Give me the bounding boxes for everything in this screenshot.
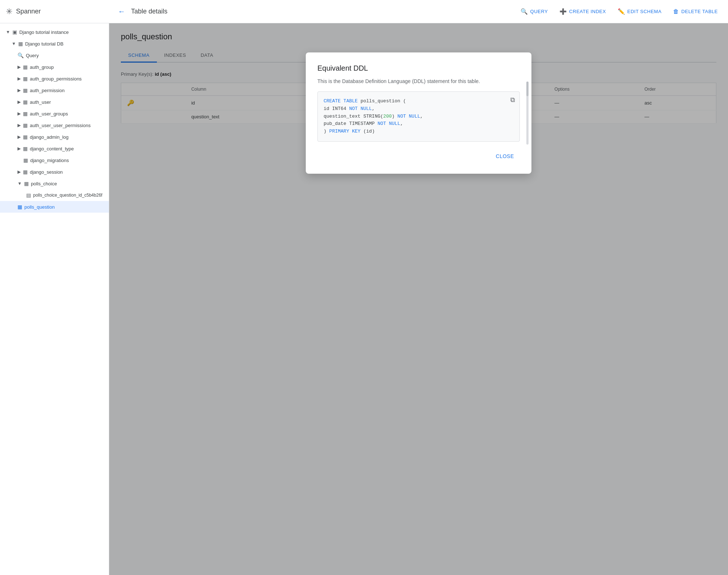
chevron-right-icon: ▶ — [17, 146, 21, 151]
sidebar-item-query[interactable]: 🔍 Query — [0, 50, 109, 61]
code-plain: question_text STRING( — [324, 114, 383, 119]
table-icon: ▦ — [23, 169, 28, 175]
chevron-right-icon: ▶ — [17, 169, 21, 174]
sidebar-item-polls-choice[interactable]: ▼ ▦ polls_choice — [0, 178, 109, 189]
sidebar-item-auth-permission[interactable]: ▶ ▦ auth_permission — [0, 84, 109, 96]
code-plain: , — [420, 114, 423, 119]
sidebar-item-auth-group-permissions[interactable]: ▶ ▦ auth_group_permissions — [0, 73, 109, 84]
chevron-right-icon: ▶ — [17, 99, 21, 105]
sidebar-item-instance[interactable]: ▼ ▣ Django tutorial instance — [0, 26, 109, 38]
code-keyword: CREATE TABLE — [324, 98, 358, 104]
search-icon: 🔍 — [521, 8, 528, 15]
chevron-right-icon: ▶ — [17, 88, 21, 93]
sidebar-item-label: django_admin_log — [30, 134, 68, 140]
chevron-right-icon: ▶ — [17, 111, 21, 116]
layout: ▼ ▣ Django tutorial instance ▼ ▦ Django … — [0, 23, 728, 575]
chevron-down-icon: ▼ — [6, 29, 10, 35]
sidebar-item-label: Django tutorial DB — [25, 41, 64, 47]
ddl-code-content: CREATE TABLE polls_question ( id INT64 N… — [324, 98, 514, 135]
table-icon: ▦ — [23, 87, 28, 93]
dialog-title: Equivalent DDL — [317, 64, 520, 72]
scrollbar[interactable] — [526, 82, 529, 145]
edit-schema-label: EDIT SCHEMA — [627, 9, 661, 14]
sidebar-item-polls-question[interactable]: ▦ polls_question — [0, 201, 109, 213]
sidebar-item-django-content-type[interactable]: ▶ ▦ django_content_type — [0, 143, 109, 154]
code-plain: pub_date TIMESTAMP — [324, 121, 377, 126]
sidebar-item-label: django_session — [30, 169, 63, 175]
sidebar-item-label: Django tutorial instance — [19, 29, 69, 35]
sidebar-item-auth-group[interactable]: ▶ ▦ auth_group — [0, 61, 109, 73]
sidebar-item-label: auth_group — [30, 64, 54, 70]
dialog-description: This is the Database Definition Language… — [317, 78, 520, 84]
sidebar-item-label: polls_question — [24, 204, 55, 210]
code-line: id INT64 NOT NULL, — [324, 105, 514, 113]
chevron-right-icon: ▶ — [17, 134, 21, 139]
table-icon: ▦ — [23, 64, 28, 70]
code-plain: polls_question ( — [358, 98, 406, 104]
sidebar-item-auth-user-groups[interactable]: ▶ ▦ auth_user_groups — [0, 108, 109, 119]
main-content: polls_question SCHEMA INDEXES DATA Prima… — [109, 23, 728, 575]
sidebar-item-label: auth_group_permissions — [30, 76, 82, 82]
edit-schema-button[interactable]: ✏️ EDIT SCHEMA — [613, 5, 666, 18]
sidebar-item-auth-user-user-permissions[interactable]: ▶ ▦ auth_user_user_permissions — [0, 119, 109, 131]
code-keyword: NOT NULL — [397, 114, 420, 119]
back-button[interactable]: ← — [115, 4, 128, 19]
sidebar-item-label: auth_user_user_permissions — [30, 123, 91, 128]
delete-icon: 🗑 — [673, 8, 679, 15]
table-icon: ▦ — [23, 122, 28, 128]
sidebar-item-auth-user[interactable]: ▶ ▦ auth_user — [0, 96, 109, 108]
topbar-logo: ✳ Spanner — [6, 7, 115, 16]
table-icon: ▦ — [24, 181, 29, 186]
code-line: ) PRIMARY KEY (id) — [324, 128, 514, 135]
sidebar-item-label: django_content_type — [30, 146, 74, 151]
copy-button[interactable]: ⧉ — [509, 95, 517, 105]
sidebar: ▼ ▣ Django tutorial instance ▼ ▦ Django … — [0, 23, 109, 575]
instance-icon: ▣ — [12, 29, 17, 35]
code-keyword: NOT NULL — [377, 121, 400, 126]
code-keyword: PRIMARY KEY — [329, 129, 361, 134]
chevron-right-icon: ▶ — [17, 123, 21, 128]
scrollbar-thumb — [526, 82, 529, 96]
code-plain: , — [372, 106, 375, 111]
code-plain: ) — [324, 129, 329, 134]
chevron-down-icon: ▼ — [17, 181, 22, 186]
sidebar-item-polls-choice-index[interactable]: ▤ polls_choice_question_id_c5b4b26f — [0, 189, 109, 201]
index-icon: ▤ — [26, 192, 31, 198]
code-line: CREATE TABLE polls_question ( — [324, 98, 514, 105]
table-icon: ▦ — [23, 111, 28, 117]
table-icon: ▦ — [23, 134, 28, 140]
code-plain: (id) — [360, 129, 375, 134]
delete-table-button[interactable]: 🗑 DELETE TABLE — [669, 5, 722, 18]
sidebar-item-label: auth_user_groups — [30, 111, 68, 117]
edit-icon: ✏️ — [618, 8, 625, 15]
sidebar-item-db[interactable]: ▼ ▦ Django tutorial DB — [0, 38, 109, 50]
app-name: Spanner — [16, 8, 41, 15]
sidebar-item-django-session[interactable]: ▶ ▦ django_session — [0, 166, 109, 178]
query-icon: 🔍 — [17, 52, 24, 58]
sidebar-item-django-admin-log[interactable]: ▶ ▦ django_admin_log — [0, 131, 109, 143]
topbar: ✳ Spanner ← Table details 🔍 QUERY ➕ CREA… — [0, 0, 728, 23]
table-icon: ▦ — [23, 146, 28, 151]
close-button[interactable]: CLOSE — [490, 150, 520, 162]
create-index-button[interactable]: ➕ CREATE INDEX — [555, 5, 610, 18]
code-plain: , — [400, 121, 403, 126]
delete-table-label: DELETE TABLE — [681, 9, 718, 14]
sidebar-item-label: auth_permission — [30, 88, 64, 93]
chevron-right-icon: ▶ — [17, 76, 21, 81]
query-button[interactable]: 🔍 QUERY — [516, 5, 552, 18]
code-line: question_text STRING(200) NOT NULL, — [324, 113, 514, 121]
table-icon: ▦ — [23, 76, 28, 82]
dialog-backdrop: Equivalent DDL This is the Database Defi… — [109, 23, 728, 575]
dialog: Equivalent DDL This is the Database Defi… — [306, 52, 531, 174]
code-keyword: NOT NULL — [349, 106, 372, 111]
code-plain: ) — [392, 114, 397, 119]
topbar-actions: 🔍 QUERY ➕ CREATE INDEX ✏️ EDIT SCHEMA 🗑 … — [516, 5, 722, 18]
code-number: 200 — [383, 114, 392, 119]
code-line: pub_date TIMESTAMP NOT NULL, — [324, 120, 514, 128]
sidebar-item-label: polls_choice — [31, 181, 57, 186]
page-title: Table details — [131, 8, 167, 15]
sidebar-item-label: django_migrations — [30, 158, 69, 163]
query-label: QUERY — [530, 9, 548, 14]
sidebar-item-django-migrations[interactable]: ▦ django_migrations — [0, 154, 109, 166]
spanner-icon: ✳ — [6, 7, 12, 16]
